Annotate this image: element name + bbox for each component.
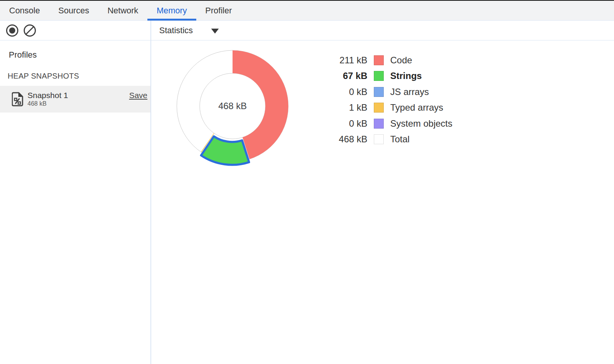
legend-row-total: 468 kBTotal [321, 132, 452, 148]
perspective-select-label: Statistics [159, 26, 193, 35]
legend-size-typed-arrays: 1 kB [321, 102, 367, 113]
record-icon [5, 24, 19, 37]
profiles-sidebar: Profiles HEAP SNAPSHOTS Snapshot 1 468 k… [0, 41, 150, 364]
heap-snapshots-section-title: HEAP SNAPSHOTS [8, 72, 79, 81]
legend-label-js-arrays: JS arrays [390, 87, 429, 97]
heap-donut-chart [171, 45, 294, 167]
legend-label-code: Code [390, 55, 412, 66]
save-snapshot-link[interactable]: Save [129, 91, 147, 100]
legend-label-total: Total [390, 134, 410, 145]
legend-size-js-arrays: 0 kB [321, 87, 367, 97]
tab-profiler[interactable]: Profiler [196, 1, 241, 20]
chart-legend: 211 kBCode67 kBStrings0 kBJS arrays1 kBT… [321, 52, 452, 147]
legend-row-system-objects: 0 kBSystem objects [321, 116, 452, 132]
legend-swatch-total [374, 134, 384, 144]
perspective-select[interactable]: Statistics [159, 26, 219, 35]
devtools-window: Console Sources Network Memory Profiler … [0, 0, 614, 364]
profiles-toolbar [0, 21, 150, 40]
legend-label-typed-arrays: Typed arrays [390, 102, 443, 113]
clear-profiles-button[interactable] [23, 24, 37, 37]
record-heap-snapshot-button[interactable] [5, 24, 19, 37]
chevron-down-icon [211, 29, 219, 34]
profiles-title: Profiles [9, 50, 37, 60]
legend-row-js-arrays: 0 kBJS arrays [321, 84, 452, 100]
legend-swatch-js-arrays [374, 87, 384, 97]
legend-label-strings: Strings [390, 71, 422, 81]
legend-swatch-typed-arrays [374, 103, 384, 113]
legend-swatch-strings [374, 71, 384, 81]
legend-size-code: 211 kB [321, 55, 367, 66]
tab-sources[interactable]: Sources [49, 1, 99, 20]
tab-memory[interactable]: Memory [147, 1, 196, 20]
snapshot-title: Snapshot 1 [27, 91, 68, 100]
legend-swatch-system-objects [374, 119, 384, 129]
snapshot-list-item[interactable]: Snapshot 1 468 kB Save [0, 86, 150, 113]
heap-snapshot-document-icon [12, 92, 23, 106]
legend-label-system-objects: System objects [390, 118, 452, 129]
legend-size-strings: 67 kB [321, 71, 367, 81]
legend-row-typed-arrays: 1 kBTyped arrays [321, 100, 452, 116]
legend-size-system-objects: 0 kB [321, 118, 367, 129]
legend-row-strings: 67 kBStrings [321, 68, 452, 84]
donut-outline [200, 73, 265, 139]
snapshot-size: 468 kB [27, 100, 47, 107]
legend-swatch-code [374, 55, 384, 65]
tab-console[interactable]: Console [0, 1, 49, 20]
tab-network[interactable]: Network [98, 1, 147, 20]
clear-icon [23, 24, 37, 37]
donut-slice-strings[interactable] [201, 136, 249, 165]
legend-row-code: 211 kBCode [321, 52, 452, 68]
legend-size-total: 468 kB [321, 134, 367, 145]
statistics-panel: 468 kB 211 kBCode67 kBStrings0 kBJS arra… [151, 41, 614, 364]
view-toolbar: Statistics [151, 21, 614, 40]
main-tab-bar: Console Sources Network Memory Profiler [0, 1, 614, 21]
